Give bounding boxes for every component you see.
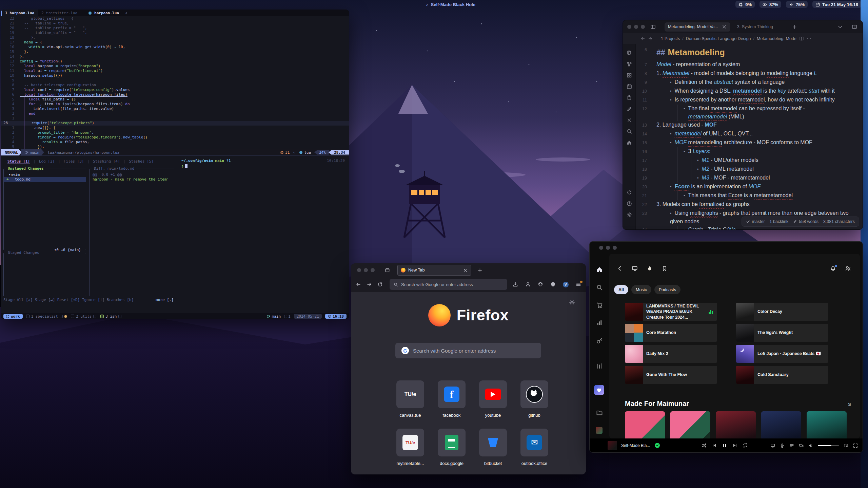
tab-list-icon[interactable] [837,24,843,30]
tab-new-tab[interactable]: New Tab [397,265,471,276]
shortcut-canvas-tue[interactable]: TU/ecanvas.tue [390,380,431,418]
more-options-icon[interactable] [807,36,811,41]
tree-folder[interactable]: ▾nvim [4,172,86,177]
shortcut-facebook[interactable]: ffacebook [431,380,472,418]
mic-icon[interactable] [780,443,785,448]
diff-panel[interactable]: Diff: nvim/todo.md @@ -0,0 +1 @@ harpoon… [90,169,174,296]
repeat-icon[interactable] [743,443,748,448]
clipboard-icon[interactable] [627,95,632,100]
made-for-cover[interactable] [716,411,756,438]
chev-left-icon[interactable] [617,265,623,271]
playlist-card[interactable]: Daily Mix 2 [625,345,717,363]
status-battery[interactable]: 87% [760,1,781,8]
gitui-tab[interactable]: Status [1] [4,159,33,164]
sidebar-key-icon[interactable] [596,337,603,344]
playlist-card[interactable]: Core Marathon [625,324,717,342]
calendar-icon[interactable] [627,84,632,89]
shortcut-outlook-office[interactable]: ✉outlook.office [514,429,555,466]
pencil-icon[interactable] [627,106,632,112]
reload-icon[interactable] [377,282,383,287]
bookmark-icon[interactable] [662,265,668,271]
close-icon[interactable]: ✗ [125,11,127,15]
traffic-lights[interactable] [599,246,617,250]
playlist-card[interactable]: The Ego's Weight [736,324,828,342]
playlist-card[interactable]: Cold Sanctuary [736,366,828,384]
made-for-cover[interactable] [761,411,801,438]
new-tab-icon[interactable] [792,24,797,30]
now-playing-widget[interactable]: ♪ Self-Made Black Hole [426,0,475,9]
next-icon[interactable] [732,443,737,448]
flame-icon[interactable] [647,265,653,271]
reload-icon[interactable] [627,190,632,195]
shortcut-docs-google[interactable]: docs.google [431,429,472,466]
breadcrumb-item[interactable]: 1-Projects [661,36,680,41]
sidebar-search-icon[interactable] [596,284,603,291]
volume-icon[interactable] [808,443,813,448]
gitui-tab[interactable]: Stashing [4] [90,159,123,164]
pause-icon[interactable] [722,443,727,448]
made-for-cover[interactable] [670,411,710,438]
now-playing-track[interactable]: Self-Made Bla... [621,443,650,448]
zsh-pane[interactable]: ~/.config/nvim main ?1 16:18:29 ❯ [177,156,349,313]
gitui-pane[interactable]: Status [1]|Log [2]|Files [3]|Stashing [4… [1,156,177,313]
now-playing-view-icon[interactable] [770,443,775,448]
now-playing-art[interactable] [608,441,617,450]
volume-slider[interactable] [818,445,839,446]
made-for-cover[interactable] [807,411,847,438]
status-volume[interactable]: 75% [786,1,808,8]
buffer-treesitter.lua[interactable]: 2 treesitter.lua [38,10,81,16]
gitui-tab[interactable]: Log [2] [36,159,58,164]
nvim-editor[interactable]: 22 -- global_settings = {21 -- tabline =… [1,16,349,149]
chip-all[interactable]: All [614,285,628,294]
playlist-card[interactable]: Gone With The Flow [625,366,717,384]
tab-metamodeling[interactable]: Metamodeling. Model Va... [665,22,730,32]
queue-icon[interactable] [789,443,794,448]
traffic-lights[interactable] [627,25,645,29]
back-icon[interactable] [356,282,361,287]
breadcrumb-item[interactable]: Metamodeling. Model Validation. OC [757,36,796,41]
extensions-icon[interactable] [538,282,543,287]
tmux-window-3[interactable]: 3 zsh [100,314,121,319]
gear-icon[interactable] [627,212,632,218]
tab-harpoon.lua[interactable]: harpoon.lua✗ [88,10,127,16]
chip-music[interactable]: Music [631,285,651,294]
breadcrumb-item[interactable]: Domain Specific Language Design [686,36,751,41]
prev-icon[interactable] [712,443,717,448]
friends-icon[interactable] [845,265,851,271]
forward-icon[interactable] [648,36,653,41]
close-icon[interactable] [722,24,727,30]
sidebar-playlist-art[interactable] [596,427,603,434]
back-icon[interactable] [640,36,645,41]
status-calendar[interactable]: Tue 21 May 16:18 [812,1,861,8]
shortcut-youtube[interactable]: youtube [473,380,513,418]
traffic-lights[interactable] [357,268,375,272]
sidebar-pipes-icon[interactable] [596,363,603,370]
playlist-card[interactable]: LANDMVRKS / THE DEVIL WEARS PRADA EU/UK … [625,303,717,321]
home-icon[interactable] [627,140,632,145]
breadcrumb[interactable]: 1-Projects/Domain Specific Language Desi… [661,36,796,41]
sidebar-cart-icon[interactable] [596,302,603,308]
devices-icon[interactable] [799,443,804,448]
monitor-icon[interactable] [632,265,638,271]
graph-icon[interactable] [627,61,632,67]
menu-icon[interactable] [576,282,581,287]
download-icon[interactable] [513,282,518,287]
gitui-tab[interactable]: Stashes [5] [125,159,157,164]
search-icon[interactable] [627,129,632,134]
bell-icon[interactable] [830,265,836,271]
grid-icon[interactable] [627,73,632,78]
account-icon[interactable] [525,282,531,287]
changed-file-row[interactable]: +todo.md [4,177,86,182]
files-icon[interactable] [627,50,632,56]
gitui-tab[interactable]: Files [3] [60,159,87,164]
show-all-link[interactable]: S [848,402,851,407]
close-tab-icon[interactable] [463,268,468,273]
toggle-right-sidebar-icon[interactable] [852,24,857,30]
sidebar-chart-icon[interactable] [596,319,603,326]
playlist-card[interactable]: Color Decay [736,303,828,321]
staged-changes-panel[interactable]: Staged Changes [3,253,86,296]
reading-view-icon[interactable] [799,36,804,41]
buffer-harpoon.lua[interactable]: 1 harpoon.lua [1,10,38,16]
liked-songs-tile[interactable] [594,385,604,395]
ublock-icon[interactable] [550,282,556,287]
